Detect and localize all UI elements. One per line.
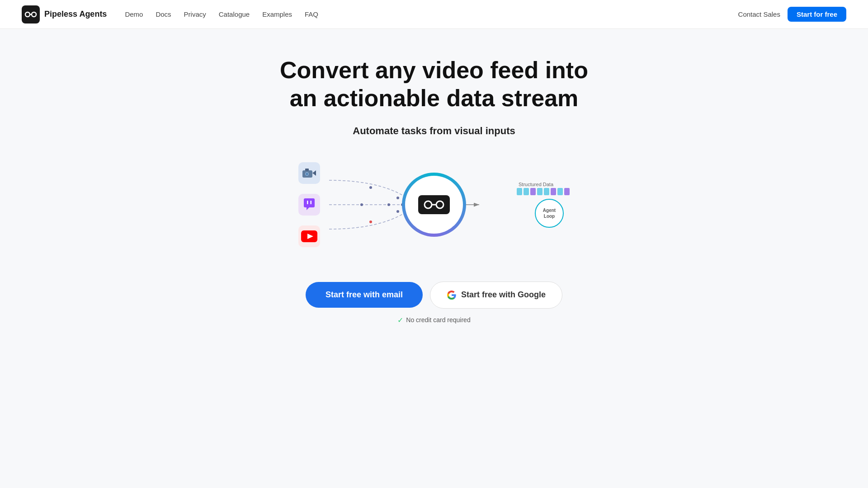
start-for-free-button[interactable]: Start for free bbox=[788, 7, 846, 22]
no-credit-card-note: ✓ No credit card required bbox=[397, 316, 470, 324]
data-bar bbox=[517, 188, 570, 195]
navbar: Pipeless Agents Demo Docs Privacy Catalo… bbox=[0, 0, 868, 29]
brand-name: Pipeless Agents bbox=[44, 9, 107, 19]
nav-faq[interactable]: FAQ bbox=[305, 10, 318, 18]
no-cc-text: No credit card required bbox=[406, 316, 470, 324]
center-logo-inner bbox=[405, 176, 463, 234]
svg-marker-16 bbox=[312, 170, 316, 176]
nav-examples[interactable]: Examples bbox=[262, 10, 292, 18]
svg-point-12 bbox=[396, 210, 399, 213]
nav-demo[interactable]: Demo bbox=[125, 10, 143, 18]
nav-right: Contact Sales Start for free bbox=[738, 7, 846, 22]
svg-point-7 bbox=[360, 203, 363, 206]
check-icon: ✓ bbox=[397, 316, 403, 324]
cta-section: Start free with email Start free with Go… bbox=[306, 282, 562, 324]
contact-sales-link[interactable]: Contact Sales bbox=[738, 10, 780, 18]
svg-rect-20 bbox=[304, 198, 315, 207]
cta-buttons: Start free with email Start free with Go… bbox=[306, 282, 562, 309]
nav-privacy[interactable]: Privacy bbox=[184, 10, 206, 18]
google-button-label: Start free with Google bbox=[461, 290, 546, 300]
twitch-icon bbox=[298, 194, 320, 216]
youtube-icon bbox=[298, 225, 320, 247]
logo-area[interactable]: Pipeless Agents bbox=[22, 5, 107, 23]
hero-title: Convert any video feed into an actionabl… bbox=[276, 56, 592, 113]
svg-rect-17 bbox=[305, 169, 309, 171]
svg-point-8 bbox=[387, 203, 390, 206]
svg-marker-23 bbox=[307, 207, 309, 210]
nav-links: Demo Docs Privacy Catalogue Examples FAQ bbox=[125, 10, 738, 18]
hero-section: Convert any video feed into an actionabl… bbox=[0, 29, 868, 352]
logo-icon bbox=[22, 5, 40, 23]
svg-rect-21 bbox=[307, 201, 308, 204]
nav-docs[interactable]: Docs bbox=[156, 10, 171, 18]
svg-point-11 bbox=[369, 221, 372, 223]
google-icon bbox=[447, 290, 457, 300]
svg-rect-22 bbox=[311, 201, 312, 204]
structured-data-label: Structured Data bbox=[519, 182, 553, 187]
svg-point-5 bbox=[396, 197, 399, 199]
start-free-email-button[interactable]: Start free with email bbox=[306, 282, 423, 308]
svg-point-4 bbox=[369, 186, 372, 189]
svg-point-19 bbox=[306, 173, 308, 175]
agent-loop-circle: AgentLoop bbox=[535, 199, 564, 228]
start-free-google-button[interactable]: Start free with Google bbox=[430, 282, 562, 309]
input-icons bbox=[298, 162, 320, 247]
diagram: Structured Data AgentLoop bbox=[298, 155, 570, 254]
nav-catalogue[interactable]: Catalogue bbox=[219, 10, 250, 18]
right-section: Structured Data AgentLoop bbox=[517, 182, 570, 228]
hero-subtitle: Automate tasks from visual inputs bbox=[353, 125, 515, 137]
camera-icon bbox=[298, 162, 320, 184]
